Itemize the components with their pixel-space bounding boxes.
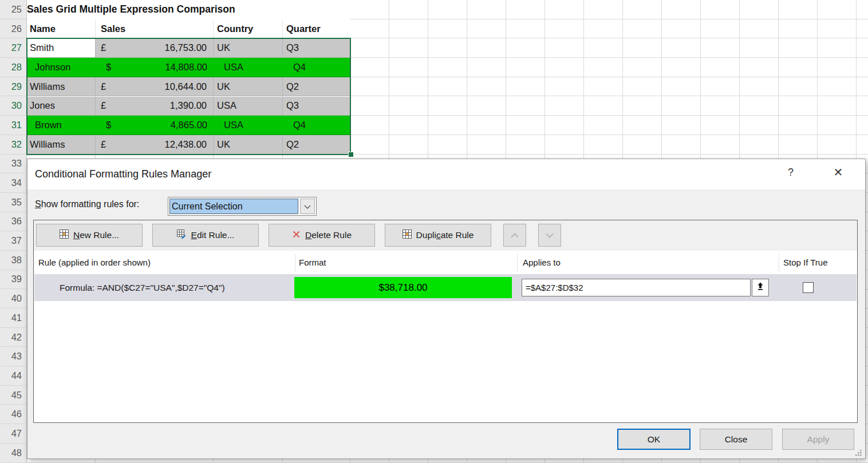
cell-A25-title[interactable]: Sales Grid Multiple Expression Compariso… (27, 0, 350, 19)
cell-B27[interactable]: £ 16,753.00 (96, 38, 214, 58)
column-header-applies-to: Applies to (523, 258, 561, 267)
cell-A26[interactable]: Name (27, 19, 96, 39)
cell-D28[interactable]: Q4 (283, 58, 350, 77)
show-rules-dropdown[interactable]: Current Selection (168, 197, 317, 216)
cell-D30[interactable]: Q3 (283, 97, 350, 116)
collapse-dialog-range-button[interactable] (752, 279, 769, 296)
row-header-28[interactable]: 28 (0, 58, 26, 77)
sheet-row-32: Williams £ 12,438.00 UK Q2 (27, 135, 350, 155)
cell-A31[interactable]: Brown (27, 116, 96, 135)
cell-A32[interactable]: Williams (27, 135, 96, 155)
row-header-34[interactable]: 34 (0, 173, 26, 193)
chevron-down-icon (546, 230, 554, 240)
currency-symbol: $ (106, 62, 111, 73)
column-header-rule: Rule (applied in order shown) (38, 258, 151, 267)
row-header-48[interactable]: 48 (0, 444, 26, 463)
show-rules-dropdown-value: Current Selection (169, 199, 298, 214)
cell-A30[interactable]: Jones (27, 97, 96, 116)
move-rule-down-button[interactable] (538, 224, 561, 247)
cell-D31[interactable]: Q4 (283, 116, 350, 135)
duplicate-rule-label: Duplicate Rule (416, 230, 474, 240)
table-grid-icon (60, 229, 69, 241)
sheet-row-26: Name Sales Country Quarter (27, 19, 350, 39)
cell-D32[interactable]: Q2 (283, 135, 350, 155)
row-header-column: 25 26 27 28 29 30 31 32 33 34 35 36 37 3… (0, 0, 27, 463)
row-header-26[interactable]: 26 (0, 19, 26, 39)
column-separator (779, 254, 779, 272)
new-rule-label: New Rule... (73, 230, 119, 240)
row-header-46[interactable]: 46 (0, 405, 26, 424)
amount: 16,753.00 (165, 42, 207, 53)
cell-C28[interactable]: USA (214, 58, 283, 77)
show-rules-label: Show formatting rules for: (35, 199, 139, 209)
stop-if-true-checkbox[interactable] (803, 282, 814, 293)
cell-C30[interactable]: USA (214, 97, 283, 116)
currency-symbol: £ (101, 81, 106, 92)
applies-to-input[interactable]: =$A$27:$D$32 (522, 279, 751, 296)
row-header-25[interactable]: 25 (0, 0, 26, 19)
cell-A28[interactable]: Johnson (27, 58, 96, 77)
dialog-title: Conditional Formatting Rules Manager (35, 168, 211, 180)
row-header-39[interactable]: 39 (0, 270, 26, 290)
dropdown-arrow-button[interactable] (300, 199, 315, 214)
row-header-29[interactable]: 29 (0, 77, 26, 97)
cell-B32[interactable]: £ 12,438.00 (96, 135, 214, 155)
row-header-47[interactable]: 47 (0, 424, 26, 444)
row-header-36[interactable]: 36 (0, 212, 26, 232)
close-icon[interactable]: ✕ (831, 165, 846, 179)
amount: 4,865.00 (171, 120, 207, 130)
cell-B30[interactable]: £ 1,390.00 (96, 97, 214, 116)
cell-B28[interactable]: $ 14,808.00 (96, 58, 214, 77)
dialog-title-bar[interactable]: Conditional Formatting Rules Manager ? ✕ (27, 159, 865, 189)
delete-rule-button[interactable]: Delete Rule (269, 224, 375, 247)
edit-rule-button[interactable]: Edit Rule... (152, 224, 259, 247)
row-header-38[interactable]: 38 (0, 251, 26, 270)
rule-row[interactable]: Formula: =AND($C27="USA",$D27="Q4") $38,… (34, 274, 857, 301)
row-header-37[interactable]: 37 (0, 231, 26, 251)
currency-symbol: £ (101, 139, 106, 150)
duplicate-rule-button[interactable]: Duplicate Rule (385, 224, 491, 247)
resize-grip[interactable] (855, 449, 862, 456)
cell-D27[interactable]: Q3 (283, 38, 350, 58)
row-header-45[interactable]: 45 (0, 386, 26, 405)
selection-fill-handle[interactable] (348, 152, 354, 157)
row-header-44[interactable]: 44 (0, 366, 26, 386)
cell-A27[interactable]: Smith (27, 38, 96, 58)
row-header-32[interactable]: 32 (0, 135, 26, 155)
cell-D29[interactable]: Q2 (283, 77, 350, 97)
row-header-40[interactable]: 40 (0, 289, 26, 308)
row-header-35[interactable]: 35 (0, 193, 26, 212)
cell-A29[interactable]: Williams (27, 77, 96, 97)
sheet-row-28: Johnson $ 14,808.00 USA Q4 (27, 58, 350, 77)
cell-C26[interactable]: Country (214, 19, 283, 39)
column-separator (295, 254, 295, 272)
cell-B26[interactable]: Sales (96, 19, 214, 39)
cell-C29[interactable]: UK (214, 77, 283, 97)
help-button[interactable]: ? (784, 167, 798, 179)
show-rules-label-rest: how formatting rules for: (41, 199, 140, 209)
cell-B29[interactable]: £ 10,644.00 (96, 77, 214, 97)
table-grid-icon (403, 229, 412, 241)
column-separator (517, 254, 518, 272)
ok-button[interactable]: OK (617, 429, 691, 450)
cell-C31[interactable]: USA (214, 116, 283, 135)
row-header-42[interactable]: 42 (0, 328, 26, 347)
row-header-41[interactable]: 41 (0, 308, 26, 328)
row-header-43[interactable]: 43 (0, 347, 26, 366)
cell-C27[interactable]: UK (214, 38, 283, 58)
cell-D26[interactable]: Quarter (283, 19, 350, 39)
row-header-33[interactable]: 33 (0, 155, 26, 174)
close-button[interactable]: Close (700, 429, 772, 450)
cell-C32[interactable]: UK (214, 135, 283, 155)
row-header-30[interactable]: 30 (0, 96, 26, 116)
cell-B31[interactable]: $ 4,865.00 (96, 116, 214, 135)
new-rule-button[interactable]: New Rule... (36, 224, 143, 247)
apply-button[interactable]: Apply (782, 429, 854, 450)
rules-toolbar: New Rule... Edit Rule... Delete Rule (34, 220, 857, 251)
sheet-row-29: Williams £ 10,644.00 UK Q2 (27, 77, 350, 97)
rules-column-headers: Rule (applied in order shown) Format App… (34, 253, 857, 273)
row-header-27[interactable]: 27 (0, 38, 26, 58)
row-header-31[interactable]: 31 (0, 116, 26, 135)
move-rule-up-button[interactable] (503, 224, 526, 247)
sheet-row-31: Brown $ 4,865.00 USA Q4 (27, 116, 350, 135)
